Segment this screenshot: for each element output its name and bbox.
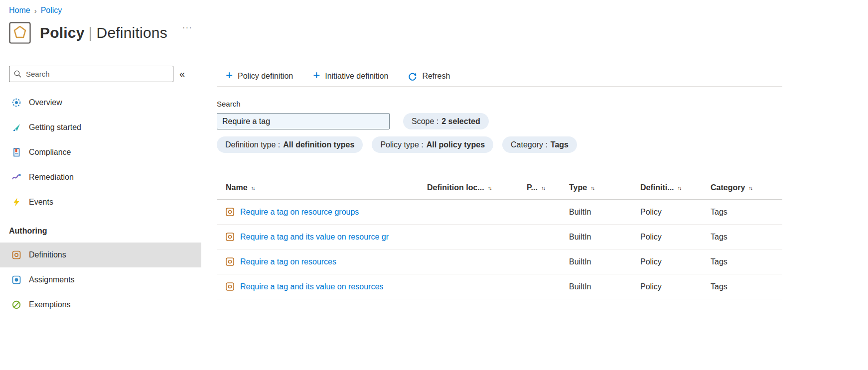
- page-title-primary: Policy: [40, 24, 85, 41]
- sort-icon: ↑↓: [748, 185, 752, 191]
- definition-link[interactable]: Require a tag on resource groups: [240, 208, 359, 217]
- column-label: Definiti...: [640, 183, 674, 192]
- cell-definition-type: Policy: [640, 282, 711, 291]
- filter-pill-scope[interactable]: Scope : 2 selected: [403, 113, 489, 129]
- sidebar-item-definitions[interactable]: Definitions: [0, 243, 201, 267]
- sidebar-item-compliance[interactable]: Compliance: [0, 140, 201, 165]
- sidebar-item-label: Assignments: [29, 275, 75, 284]
- filter-row-secondary: Definition type : All definition types P…: [217, 136, 782, 153]
- filter-row-primary: Scope : 2 selected: [217, 113, 782, 129]
- breadcrumb-policy-link[interactable]: Policy: [41, 6, 62, 15]
- pill-value: Tags: [551, 140, 569, 149]
- breadcrumb-home-link[interactable]: Home: [9, 6, 30, 15]
- sidebar-item-exemptions[interactable]: Exemptions: [0, 292, 201, 317]
- remediation-icon: [12, 173, 21, 182]
- sidebar-search-row: «: [0, 66, 217, 82]
- definition-link[interactable]: Require a tag on resources: [240, 257, 336, 266]
- column-label: Name: [226, 183, 248, 192]
- cell-category: Tags: [711, 257, 773, 266]
- overview-icon: [12, 98, 21, 107]
- sort-icon: ↑↓: [678, 185, 681, 191]
- cell-category: Tags: [711, 233, 773, 242]
- column-header-p[interactable]: P... ↑↓: [527, 183, 569, 192]
- collapse-sidebar-button[interactable]: «: [179, 68, 185, 80]
- sidebar-nav: Overview Getting started: [0, 90, 217, 215]
- search-icon: [13, 70, 22, 79]
- sidebar-item-assignments[interactable]: Assignments: [0, 267, 201, 292]
- sidebar-authoring-nav: Definitions Assignments: [0, 243, 217, 317]
- column-header-definition-location[interactable]: Definition loc... ↑↓: [427, 183, 527, 192]
- sidebar-item-overview[interactable]: Overview: [0, 90, 201, 115]
- cell-definition-type: Policy: [640, 233, 711, 242]
- initiative-definition-button[interactable]: + Initiative definition: [313, 71, 388, 81]
- definition-link[interactable]: Require a tag and its value on resources: [240, 282, 383, 291]
- sidebar-item-label: Exemptions: [29, 300, 71, 309]
- filter-pill-category[interactable]: Category : Tags: [502, 136, 577, 153]
- filter-pill-definition-type[interactable]: Definition type : All definition types: [217, 136, 363, 153]
- table-header-row: Name ↑↓ Definition loc... ↑↓ P... ↑↓ Typ…: [217, 176, 782, 200]
- sidebar: « Overview: [0, 66, 217, 317]
- cell-definition-type: Policy: [640, 208, 711, 217]
- definitions-icon: [12, 250, 21, 259]
- initiative-definition-label: Initiative definition: [325, 72, 388, 81]
- cell-type: BuiltIn: [569, 282, 640, 291]
- table-row[interactable]: Require a tag and its value on resource …: [217, 225, 782, 249]
- refresh-label: Refresh: [422, 72, 450, 81]
- cell-type: BuiltIn: [569, 233, 640, 242]
- pill-label: Definition type :: [225, 140, 280, 149]
- policy-definition-label: Policy definition: [238, 72, 293, 81]
- refresh-button[interactable]: Refresh: [408, 72, 450, 81]
- breadcrumb-separator-icon: ›: [34, 6, 37, 15]
- sidebar-item-label: Overview: [29, 98, 62, 107]
- sidebar-item-label: Definitions: [29, 250, 66, 259]
- column-header-category[interactable]: Category ↑↓: [711, 183, 773, 192]
- definition-search-input[interactable]: [217, 113, 390, 129]
- column-header-name[interactable]: Name ↑↓: [217, 183, 427, 192]
- pill-label: Scope :: [412, 117, 438, 126]
- definition-link[interactable]: Require a tag and its value on resource …: [240, 233, 389, 242]
- body: « Overview: [0, 66, 868, 317]
- sidebar-searchbox: [9, 66, 173, 82]
- plus-icon: +: [226, 69, 233, 81]
- filter-pill-policy-type[interactable]: Policy type : All policy types: [372, 136, 493, 153]
- column-label: P...: [527, 183, 538, 192]
- definitions-table: Name ↑↓ Definition loc... ↑↓ P... ↑↓ Typ…: [217, 176, 782, 299]
- column-label: Category: [711, 183, 745, 192]
- sidebar-item-label: Events: [29, 198, 53, 207]
- cell-name: Require a tag and its value on resources: [217, 282, 427, 291]
- column-header-type[interactable]: Type ↑↓: [569, 183, 640, 192]
- more-menu-icon[interactable]: ···: [182, 23, 192, 33]
- column-header-definition-type[interactable]: Definiti... ↑↓: [640, 183, 711, 192]
- cell-type: BuiltIn: [569, 257, 640, 266]
- cell-name: Require a tag and its value on resource …: [217, 233, 427, 242]
- sort-icon: ↑↓: [251, 185, 255, 191]
- sort-icon: ↑↓: [541, 185, 545, 191]
- page-header: Policy|Definitions ···: [9, 22, 868, 44]
- table-row[interactable]: Require a tag on resources BuiltIn Polic…: [217, 249, 782, 274]
- filter-search-label: Search: [217, 100, 782, 108]
- column-label: Definition loc...: [427, 183, 484, 192]
- events-icon: [12, 198, 21, 207]
- cell-name: Require a tag on resource groups: [217, 208, 427, 217]
- breadcrumb: Home › Policy: [0, 0, 868, 15]
- sidebar-item-events[interactable]: Events: [0, 190, 201, 215]
- table-row[interactable]: Require a tag on resource groups BuiltIn…: [217, 200, 782, 225]
- cell-type: BuiltIn: [569, 208, 640, 217]
- sidebar-item-getting-started[interactable]: Getting started: [0, 115, 201, 140]
- sidebar-section-authoring: Authoring: [0, 215, 217, 243]
- policy-definition-icon: [226, 233, 234, 241]
- page-title: Policy|Definitions: [40, 24, 167, 41]
- sidebar-item-label: Getting started: [29, 123, 81, 132]
- page-title-separator: |: [89, 24, 93, 41]
- main-content: + Policy definition + Initiative definit…: [217, 66, 782, 317]
- policy-service-icon: [9, 22, 31, 44]
- plus-icon: +: [313, 69, 320, 81]
- sidebar-item-remediation[interactable]: Remediation: [0, 165, 201, 190]
- cell-category: Tags: [711, 208, 773, 217]
- table-row[interactable]: Require a tag and its value on resources…: [217, 274, 782, 299]
- policy-definition-button[interactable]: + Policy definition: [226, 71, 293, 81]
- sidebar-search-input[interactable]: [26, 70, 169, 78]
- getting-started-icon: [12, 123, 21, 132]
- pill-label: Category :: [511, 140, 548, 149]
- cell-category: Tags: [711, 282, 773, 291]
